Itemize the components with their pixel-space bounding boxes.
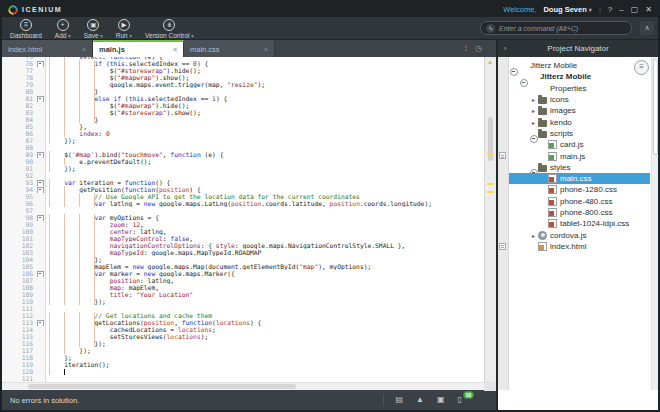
code-line-114[interactable]: 114 cachedLocations = locations; bbox=[2, 326, 496, 333]
code-line-102[interactable]: 102 navigationControlOptions: { style: g… bbox=[2, 242, 496, 249]
tree-item-kendo[interactable]: ▸kendo bbox=[509, 116, 650, 127]
file-icon[interactable]: ▤ bbox=[396, 395, 404, 405]
tree-item-phone-480.css[interactable]: phone-480.css bbox=[509, 196, 650, 207]
tree-item-phone-800.css[interactable]: phone-800.css bbox=[509, 207, 650, 218]
expand-node-icon[interactable]: ▸ bbox=[529, 107, 538, 114]
save-button[interactable]: ▣Save ▾ bbox=[84, 19, 103, 39]
code-line-83[interactable]: 83 $("#storeswrap").show(); bbox=[2, 109, 496, 116]
collapse-toolbar-button[interactable]: ∧ bbox=[640, 21, 654, 35]
code-line-90[interactable]: 90 e.preventDefault(); bbox=[2, 158, 496, 165]
expand-node-icon[interactable]: ▸ bbox=[529, 232, 538, 239]
fold-marker[interactable] bbox=[36, 319, 46, 326]
code-line-115[interactable]: 115 setStoresViews(locations); bbox=[2, 333, 496, 340]
code-line-94[interactable]: 94 getPosition(function(position) { bbox=[2, 186, 496, 193]
code-line-88[interactable]: 88 bbox=[2, 144, 496, 151]
code-line-111[interactable]: 111 bbox=[2, 305, 496, 312]
panel-scrollbar-thumb[interactable] bbox=[653, 59, 658, 155]
expand-node-icon[interactable]: ▸ bbox=[529, 96, 538, 103]
code-line-104[interactable]: 104 }; bbox=[2, 256, 496, 263]
code-line-118[interactable]: 118 }; bbox=[2, 354, 496, 361]
code-line-103[interactable]: 103 mapTypeId: google.maps.MapTypeId.ROA… bbox=[2, 249, 496, 256]
code-line-81[interactable]: 81 else if (this.selectedIndex == 1) { bbox=[2, 95, 496, 102]
tree-item-icons[interactable]: ▸icons bbox=[509, 94, 650, 105]
warning-icon[interactable]: ▲ bbox=[416, 395, 424, 405]
code-line-99[interactable]: 99 zoom: 12, bbox=[2, 221, 496, 228]
minimize-button[interactable]: – bbox=[619, 6, 623, 14]
fold-marker[interactable] bbox=[36, 186, 46, 193]
fold-marker[interactable] bbox=[36, 214, 46, 221]
tab-main.css[interactable]: main.css× bbox=[184, 40, 275, 57]
horizontal-scrollbar-thumb[interactable] bbox=[28, 384, 296, 389]
code-line-84[interactable]: 84 } bbox=[2, 116, 496, 123]
code-line-116[interactable]: 116 }); bbox=[2, 340, 496, 347]
add-button[interactable]: +Add ▾ bbox=[55, 19, 71, 39]
code-line-119[interactable]: 119 iteration(); bbox=[2, 361, 496, 368]
code-line-91[interactable]: 91 }); bbox=[2, 165, 496, 172]
panel-menu-button[interactable]: ≡ bbox=[634, 60, 649, 75]
restore-button[interactable]: ▢ bbox=[631, 6, 639, 14]
code-line-77[interactable]: 77 $("#storeswrap").hide(); bbox=[2, 67, 496, 74]
code-line-106[interactable]: 106 var marker = new google.maps.Marker(… bbox=[2, 270, 496, 277]
help-button[interactable]: ? bbox=[608, 6, 612, 14]
collapse-panel-icon[interactable]: › bbox=[498, 44, 512, 53]
code-line-96[interactable]: 96 var latlng = new google.maps.LatLng(p… bbox=[2, 200, 496, 207]
fold-marker[interactable] bbox=[36, 95, 46, 102]
close-tab-icon[interactable]: × bbox=[264, 46, 268, 53]
command-input[interactable]: ϟ Enter a command (Alt+C) bbox=[480, 21, 632, 35]
code-line-107[interactable]: 107 position: latlng, bbox=[2, 277, 496, 284]
tab-main.js[interactable]: main.js× bbox=[93, 40, 184, 57]
run-button[interactable]: ▶Run ▾ bbox=[116, 19, 132, 39]
tree-item-scripts[interactable]: scripts bbox=[509, 128, 650, 139]
code-line-80[interactable]: 80 } bbox=[2, 88, 496, 95]
close-tab-icon[interactable]: × bbox=[82, 46, 86, 53]
tree-item-phone-1280.css[interactable]: phone-1280.css bbox=[509, 184, 650, 195]
code-line-117[interactable]: 117 }); bbox=[2, 347, 496, 354]
code-line-85[interactable]: 85 }, bbox=[2, 123, 496, 130]
tree-item-jitterz-mobile[interactable]: Jitterz Mobile bbox=[509, 60, 650, 71]
code-line-101[interactable]: 101 mapTypeControl: false, bbox=[2, 235, 496, 242]
tree-item-card.js[interactable]: card.js bbox=[509, 139, 650, 150]
close-button[interactable]: ✕ bbox=[645, 6, 652, 14]
code-line-113[interactable]: 113 getLocations(position, function(loca… bbox=[2, 319, 496, 326]
code-line-120[interactable]: 120 bbox=[2, 368, 496, 375]
user-menu[interactable]: Doug Seven ▾ bbox=[543, 5, 591, 14]
code-line-112[interactable]: 112 // Get locations and cache them bbox=[2, 312, 496, 319]
horizontal-scrollbar[interactable] bbox=[2, 382, 496, 390]
version-control-button[interactable]: ⋔Version Control ▾ bbox=[145, 19, 194, 39]
code-line-93[interactable]: 93 var iteration = function() { bbox=[2, 179, 496, 186]
tree-item-tablet-1024-ldpi.css[interactable]: tablet-1024-ldpi.css bbox=[509, 218, 650, 229]
code-line-98[interactable]: 98 var myOptions = { bbox=[2, 214, 496, 221]
code-line-79[interactable]: 79 google.maps.event.trigger(map, "resiz… bbox=[2, 81, 496, 88]
history-icon[interactable]: ◷ bbox=[475, 44, 482, 53]
code-line-82[interactable]: 82 $("#mapwrap").hide(); bbox=[2, 102, 496, 109]
expand-node-icon[interactable]: ▸ bbox=[529, 119, 538, 126]
fold-marker[interactable] bbox=[36, 179, 46, 186]
tab-options-icon[interactable]: ⁞ bbox=[465, 44, 467, 53]
device-icon[interactable]: ▯10 bbox=[458, 395, 462, 405]
code-line-97[interactable]: 97 bbox=[2, 207, 496, 214]
tree-item-main.css[interactable]: main.css bbox=[509, 173, 650, 184]
code-line-89[interactable]: 89 $('#map').bind("touchmove", function … bbox=[2, 151, 496, 158]
code-line-92[interactable]: 92 bbox=[2, 172, 496, 179]
code-line-76[interactable]: 76 if (this.selectedIndex == 0) { bbox=[2, 60, 496, 67]
code-line-110[interactable]: 110 }); bbox=[2, 298, 496, 305]
code-line-78[interactable]: 78 $("#mapwrap").show(); bbox=[2, 74, 496, 81]
tree-item-images[interactable]: ▸images bbox=[509, 105, 650, 116]
code-editor[interactable]: 75 select: function (e) {76 if (this.sel… bbox=[2, 57, 496, 382]
tree-item-properties[interactable]: Properties bbox=[509, 83, 650, 94]
tree-item-cordova.js[interactable]: ▸cordova.js bbox=[509, 229, 650, 240]
panel-scrollbar[interactable] bbox=[651, 57, 658, 390]
tree-item-main.js[interactable]: main.js bbox=[509, 150, 650, 161]
code-line-95[interactable]: 95 // Use Google API to get the location… bbox=[2, 193, 496, 200]
close-tab-icon[interactable]: × bbox=[173, 46, 177, 53]
code-line-87[interactable]: 87 }); bbox=[2, 137, 496, 144]
code-line-121[interactable]: 121 bbox=[2, 375, 496, 382]
fold-marker[interactable] bbox=[36, 151, 46, 158]
code-line-86[interactable]: 86 index: 0 bbox=[2, 130, 496, 137]
dashboard-button[interactable]: ⠿Dashboard bbox=[10, 19, 42, 39]
code-line-105[interactable]: 105 mapElem = new google.maps.Map(docume… bbox=[2, 263, 496, 270]
build-icon[interactable]: ▣ bbox=[437, 395, 445, 405]
fold-marker[interactable] bbox=[36, 60, 46, 67]
fold-marker[interactable] bbox=[36, 270, 46, 277]
code-line-100[interactable]: 100 center: latlng, bbox=[2, 228, 496, 235]
